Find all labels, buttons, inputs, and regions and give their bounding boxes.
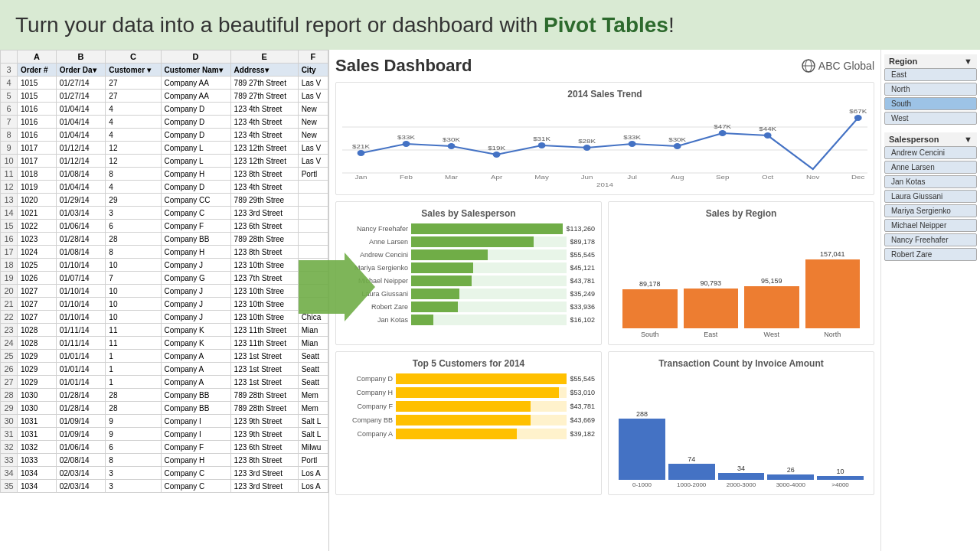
svg-text:Nov: Nov (806, 174, 820, 181)
salesperson-chart: Sales by Salesperson Nancy Freehafer$113… (335, 201, 602, 345)
svg-text:$33K: $33K (623, 134, 641, 141)
svg-text:$30K: $30K (668, 136, 686, 143)
region-chart: Sales by Region 89,178South90,793East95,… (608, 201, 874, 345)
salesperson-filter-option[interactable]: Michael Neipper (884, 219, 977, 232)
svg-point-19 (629, 141, 636, 147)
svg-text:$67K: $67K (849, 108, 867, 115)
svg-point-27 (854, 115, 862, 121)
salesperson-filter-option[interactable]: Mariya Sergienko (884, 204, 977, 217)
salesperson-filter-option[interactable]: Andrew Cencini (884, 146, 977, 159)
tc-bar-row: Company H$53,010 (342, 387, 595, 398)
region-bar-col: 157,041North (805, 250, 861, 338)
region-filter-option[interactable]: South (884, 97, 977, 110)
svg-marker-0 (299, 253, 375, 321)
hbar-row: Anne Larsen$89,178 (342, 236, 595, 247)
svg-text:Jan: Jan (355, 174, 368, 181)
salesperson-filter-title: Salesperson ▼ (884, 132, 977, 146)
svg-text:Feb: Feb (400, 174, 413, 181)
svg-text:$31K: $31K (533, 135, 550, 142)
region-filter-option[interactable]: North (884, 83, 977, 96)
hbar-row: Robert Zare$33,936 (342, 302, 595, 312)
tc-bar-row: Company BB$43,669 (342, 415, 595, 425)
svg-text:$30K: $30K (443, 136, 460, 143)
dashboard-panel: Sales Dashboard ABC Global 2014 (329, 50, 980, 551)
svg-text:$19K: $19K (488, 145, 505, 152)
svg-text:$33K: $33K (397, 134, 415, 141)
hbar-row: Jan Kotas$16,102 (342, 315, 595, 325)
salesperson-filter-option[interactable]: Anne Larsen (884, 161, 977, 174)
trend-chart: 2014 Sales Trend $21K$33K$30K$19K$31K$28… (335, 82, 874, 195)
header-banner: Turn your data into a beautiful report o… (0, 0, 980, 50)
filter-icon-salesperson: ▼ (964, 135, 972, 144)
salesperson-filter-option[interactable]: Robert Zare (884, 248, 977, 261)
txn-bar-col: 263000-4000 (767, 466, 814, 488)
hbar-row: Laura Giussani$35,249 (342, 289, 595, 299)
salesperson-filter-section: Salesperson ▼ Andrew CenciniAnne LarsenJ… (884, 132, 977, 261)
svg-text:May: May (534, 174, 549, 181)
svg-text:Sep: Sep (716, 174, 729, 181)
hbar-row: Michael Neipper$43,781 (342, 276, 595, 286)
svg-text:$47K: $47K (714, 123, 731, 130)
txn-chart: Transaction Count by Invoice Amount 2880… (608, 351, 874, 495)
svg-text:$28K: $28K (578, 138, 596, 145)
salesperson-filter-option[interactable]: Jan Kotas (884, 175, 977, 188)
region-filter-section: Region ▼ EastNorthSouthWest (884, 54, 977, 125)
region-bar-col: 90,793East (684, 279, 739, 338)
svg-text:Aug: Aug (671, 174, 684, 181)
tc-bar-row: Company A$39,182 (342, 429, 595, 439)
salesperson-filter-option[interactable]: Laura Giussani (884, 190, 977, 203)
svg-text:$44K: $44K (759, 126, 776, 132)
txn-bar-col: 2880-1000 (619, 410, 665, 488)
svg-point-21 (674, 143, 681, 149)
svg-point-9 (403, 141, 410, 147)
hbar-row: Mariya Sergienko$45,121 (342, 262, 595, 273)
top-customers-chart: Top 5 Customers for 2014 Company D$55,54… (335, 351, 602, 495)
svg-text:Jul: Jul (627, 174, 637, 181)
dashboard-logo: ABC Global (802, 59, 874, 73)
svg-text:Oct: Oct (762, 174, 774, 181)
svg-text:Dec: Dec (851, 174, 865, 181)
header-text: Turn your data into a beautiful report o… (15, 13, 675, 37)
dashboard-sidebar: Region ▼ EastNorthSouthWest Salesperson … (880, 50, 980, 551)
svg-text:2014: 2014 (596, 181, 613, 188)
region-filter-option[interactable]: West (884, 112, 977, 125)
arrow-indicator (299, 253, 375, 324)
svg-text:Jun: Jun (581, 174, 593, 181)
dashboard-title: Sales Dashboard (335, 56, 472, 76)
region-filter-option[interactable]: East (884, 68, 977, 81)
region-bar-col: 89,178South (622, 280, 678, 338)
hbar-row: Andrew Cencini$55,545 (342, 249, 595, 260)
svg-text:$21K: $21K (352, 143, 370, 150)
svg-point-15 (538, 142, 546, 148)
tc-bar-row: Company D$55,545 (342, 373, 595, 384)
spreadsheet-panel: ABCDEF3Order #Order Da▾Customer ▾Custome… (0, 50, 329, 551)
salesperson-filter-buttons[interactable]: Andrew CenciniAnne LarsenJan KotasLaura … (884, 146, 977, 261)
svg-text:Apr: Apr (491, 174, 502, 181)
svg-text:Mar: Mar (445, 174, 458, 181)
svg-point-17 (583, 145, 591, 151)
svg-point-23 (719, 130, 727, 136)
svg-point-11 (448, 143, 456, 149)
svg-point-13 (493, 152, 501, 158)
filter-icon-region: ▼ (964, 57, 972, 66)
tc-bar-row: Company F$43,781 (342, 401, 595, 412)
hbar-row: Nancy Freehafer$113,260 (342, 223, 595, 234)
svg-point-25 (764, 132, 772, 139)
txn-bar-col: 10>4000 (817, 468, 864, 488)
region-filter-buttons[interactable]: EastNorthSouthWest (884, 68, 977, 125)
trend-chart-area: $21K$33K$30K$19K$31K$28K$33K$30K$47K$44K… (342, 104, 867, 188)
region-bar-col: 95,159West (744, 277, 799, 338)
svg-point-7 (358, 150, 365, 156)
txn-bar-col: 741000-2000 (668, 455, 715, 488)
txn-bar-col: 342000-3000 (718, 465, 765, 488)
salesperson-filter-option[interactable]: Nancy Freehafer (884, 233, 977, 246)
region-filter-title: Region ▼ (884, 54, 977, 68)
